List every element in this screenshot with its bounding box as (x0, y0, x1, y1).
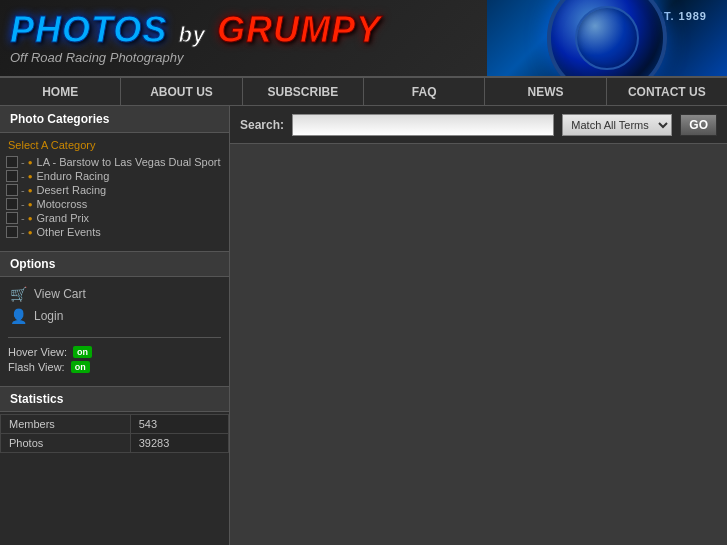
search-go-button[interactable]: GO (680, 114, 717, 136)
camera-lens-icon (547, 0, 667, 76)
options-header: Options (0, 251, 229, 277)
list-item[interactable]: - ● Enduro Racing (4, 169, 225, 183)
photo-categories-header: Photo Categories (0, 106, 229, 133)
logo-area: PHOTOS by GRUMPY Off Road Racing Photogr… (0, 0, 487, 76)
logo-grumpy: GRUMPY (217, 9, 381, 50)
bullet-icon: - (21, 184, 25, 196)
table-row: Photos 39283 (1, 434, 229, 453)
login-label: Login (34, 309, 63, 323)
bullet-icon: - (21, 170, 25, 182)
cart-icon: 🛒 (8, 286, 28, 302)
logo-subtitle: Off Road Racing Photography (10, 50, 477, 65)
search-terms-dropdown[interactable]: Match All TermsMatch Any Term (562, 114, 672, 136)
dot-icon: ● (28, 214, 33, 223)
login-item[interactable]: 👤 Login (8, 305, 221, 327)
nav-item-about[interactable]: ABOUT US (121, 78, 242, 105)
statistics-table: Members 543 Photos 39283 (0, 414, 229, 453)
search-bar: Search: Match All TermsMatch Any Term GO (230, 106, 727, 144)
search-label: Search: (240, 118, 284, 132)
logo-photos: PHOTOS (10, 9, 167, 50)
hover-view-row: Hover View: on (8, 346, 221, 358)
list-item[interactable]: - ● Desert Racing (4, 183, 225, 197)
category-checkbox[interactable] (6, 184, 18, 196)
bullet-icon: - (21, 226, 25, 238)
stat-key: Photos (1, 434, 131, 453)
dot-icon: ● (28, 200, 33, 209)
stat-key: Members (1, 415, 131, 434)
nav-item-home[interactable]: HOME (0, 78, 121, 105)
dot-icon: ● (28, 172, 33, 181)
category-label: Motocross (37, 198, 88, 210)
nav-item-faq[interactable]: FAQ (364, 78, 485, 105)
category-checkbox[interactable] (6, 226, 18, 238)
bullet-icon: - (21, 156, 25, 168)
statistics-header: Statistics (0, 386, 229, 412)
options-divider (8, 337, 221, 338)
category-label: Enduro Racing (37, 170, 110, 182)
content-panel: Search: Match All TermsMatch Any Term GO (230, 106, 727, 545)
nav-item-contact[interactable]: CONTACT US (607, 78, 727, 105)
header: PHOTOS by GRUMPY Off Road Racing Photogr… (0, 0, 727, 78)
category-label: LA - Barstow to Las Vegas Dual Sport (37, 156, 221, 168)
select-category-label[interactable]: Select A Category (4, 139, 225, 151)
nav-bar: HOME ABOUT US SUBSCRIBE FAQ NEWS CONTACT… (0, 78, 727, 106)
view-cart-label: View Cart (34, 287, 86, 301)
bullet-icon: - (21, 212, 25, 224)
hover-view-label: Hover View: (8, 346, 67, 358)
stat-value: 543 (130, 415, 228, 434)
logo-title: PHOTOS by GRUMPY (10, 12, 477, 48)
sidebar: Photo Categories Select A Category - ● L… (0, 106, 230, 545)
category-label: Desert Racing (37, 184, 107, 196)
view-cart-item[interactable]: 🛒 View Cart (8, 283, 221, 305)
category-checkbox[interactable] (6, 212, 18, 224)
table-row: Members 543 (1, 415, 229, 434)
options-section: 🛒 View Cart 👤 Login (0, 277, 229, 333)
list-item[interactable]: - ● Grand Prix (4, 211, 225, 225)
list-item[interactable]: - ● Motocross (4, 197, 225, 211)
nav-item-subscribe[interactable]: SUBSCRIBE (243, 78, 364, 105)
dot-icon: ● (28, 158, 33, 167)
stat-value: 39283 (130, 434, 228, 453)
category-checkbox[interactable] (6, 170, 18, 182)
hover-flash-section: Hover View: on Flash View: on (0, 342, 229, 380)
search-input[interactable] (292, 114, 554, 136)
hover-view-status[interactable]: on (73, 346, 92, 358)
category-label: Other Events (37, 226, 101, 238)
flash-view-row: Flash View: on (8, 361, 221, 373)
login-icon: 👤 (8, 308, 28, 324)
content-area (230, 144, 727, 545)
main-content: Photo Categories Select A Category - ● L… (0, 106, 727, 545)
dot-icon: ● (28, 228, 33, 237)
category-label: Grand Prix (37, 212, 90, 224)
logo-by: by (178, 22, 206, 47)
nav-item-news[interactable]: NEWS (485, 78, 606, 105)
bullet-icon: - (21, 198, 25, 210)
category-checkbox[interactable] (6, 156, 18, 168)
category-checkbox[interactable] (6, 198, 18, 210)
list-item[interactable]: - ● Other Events (4, 225, 225, 239)
dot-icon: ● (28, 186, 33, 195)
list-item[interactable]: - ● LA - Barstow to Las Vegas Dual Sport (4, 155, 225, 169)
flash-view-label: Flash View: (8, 361, 65, 373)
flash-view-status[interactable]: on (71, 361, 90, 373)
categories-list: Select A Category - ● LA - Barstow to La… (0, 133, 229, 245)
logo-camera: EST. 1989 (487, 0, 727, 76)
